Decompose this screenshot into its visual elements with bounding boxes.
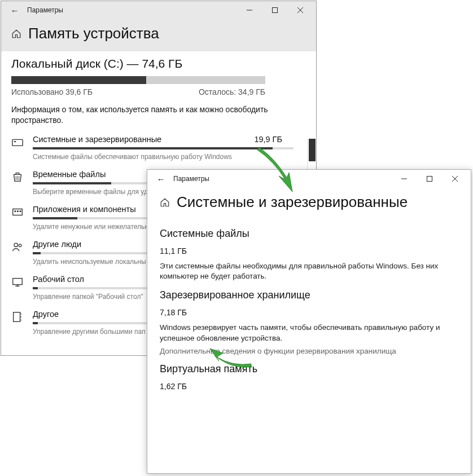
- settings-window-system-reserved: ← Параметры Системные и зарезервированны…: [147, 169, 471, 474]
- info-text: Информация о том, как используется памят…: [11, 104, 271, 126]
- section-link[interactable]: Дополнительные сведения о функции резерв…: [160, 347, 458, 355]
- section-desc: Windows резервирует часть памяти, чтобы …: [160, 323, 453, 343]
- back-icon[interactable]: ←: [8, 6, 21, 15]
- category-name: Другие люди: [33, 240, 81, 249]
- category-name: Другое: [33, 310, 59, 319]
- disk-heading: Локальный диск (C:) — 74,6 ГБ: [11, 57, 306, 70]
- category-icon: [11, 311, 24, 325]
- svg-rect-12: [20, 210, 21, 212]
- section-title: Системные файлы: [160, 228, 458, 240]
- svg-rect-1: [272, 8, 277, 13]
- category-icon: [11, 136, 24, 151]
- svg-rect-15: [13, 278, 23, 284]
- close-button[interactable]: [442, 170, 467, 188]
- svg-rect-23: [427, 177, 432, 182]
- storage-category[interactable]: Системные и зарезервированные19,9 ГБСист…: [11, 135, 294, 161]
- category-icon: [11, 276, 24, 290]
- storage-section: Системные файлы11,1 ГБЭти системные файл…: [160, 228, 458, 281]
- section-title: Виртуальная память: [160, 363, 458, 375]
- section-value: 1,62 ГБ: [160, 382, 458, 391]
- minimize-button[interactable]: [236, 1, 262, 19]
- section-value: 7,18 ГБ: [160, 308, 458, 317]
- category-icon: [11, 206, 24, 221]
- titlebar[interactable]: ← Параметры: [147, 170, 471, 188]
- category-name: Рабочий стол: [33, 275, 84, 284]
- maximize-button[interactable]: [262, 1, 287, 19]
- page-header: Системные и зарезервированные: [147, 188, 471, 217]
- svg-rect-10: [15, 210, 16, 212]
- disk-usage-bar: [11, 76, 265, 84]
- used-label: Использовано 39,6 ГБ: [11, 87, 93, 96]
- category-name: Приложения и компоненты: [33, 205, 136, 214]
- svg-rect-18: [14, 312, 20, 322]
- category-bar: [33, 147, 294, 149]
- window-title: Параметры: [27, 6, 63, 14]
- page-header: Память устройства: [1, 19, 316, 51]
- svg-rect-4: [12, 139, 23, 146]
- back-icon[interactable]: ←: [154, 174, 168, 184]
- minimize-button[interactable]: [391, 170, 417, 188]
- close-button[interactable]: [287, 1, 313, 19]
- category-icon: [11, 171, 24, 186]
- svg-point-13: [14, 243, 17, 246]
- section-title: Зарезервированное хранилище: [160, 289, 458, 301]
- storage-section: Виртуальная память1,62 ГБ: [160, 363, 458, 391]
- category-size: 19,9 ГБ: [254, 135, 294, 144]
- home-icon[interactable]: [160, 197, 170, 208]
- page-title: Память устройства: [28, 25, 159, 42]
- svg-point-14: [19, 244, 21, 247]
- scrollbar-thumb[interactable]: [309, 139, 316, 161]
- scrollbar[interactable]: [307, 139, 316, 173]
- home-icon[interactable]: [11, 29, 21, 39]
- category-name: Временные файлы: [33, 170, 106, 179]
- category-name: Системные и зарезервированные: [33, 135, 161, 144]
- section-value: 11,1 ГБ: [160, 246, 458, 255]
- section-desc: Эти системные файлы необходимы для прави…: [160, 261, 453, 281]
- storage-section: Зарезервированное хранилище7,18 ГБWindow…: [160, 289, 458, 355]
- category-desc: Системные файлы обеспечивают правильную …: [33, 153, 294, 161]
- category-icon: [11, 241, 24, 255]
- svg-rect-11: [17, 210, 19, 212]
- maximize-button[interactable]: [417, 170, 442, 188]
- page-title: Системные и зарезервированные: [177, 193, 408, 211]
- window-title: Параметры: [173, 175, 209, 183]
- svg-rect-5: [14, 141, 16, 142]
- free-label: Осталось: 34,9 ГБ: [199, 87, 265, 96]
- titlebar[interactable]: ← Параметры: [1, 1, 316, 19]
